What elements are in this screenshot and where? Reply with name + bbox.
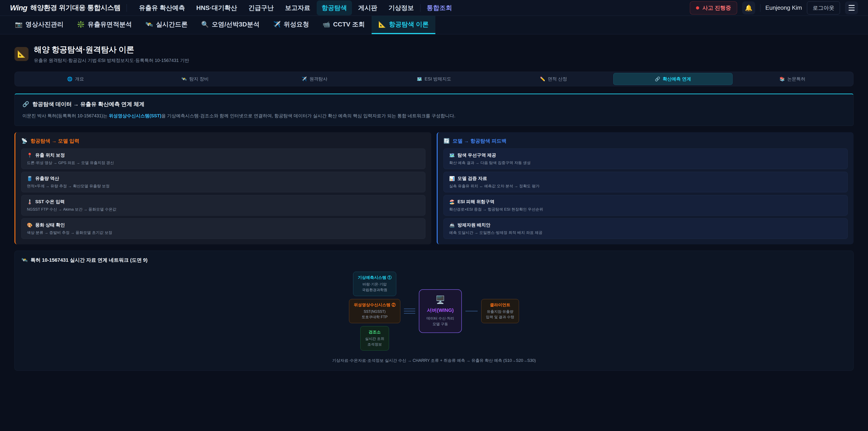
linkage-overview-body: 이문진 박사 특허(등록특허 10-1567431)는 위성영상수신시스템(SS… bbox=[22, 112, 846, 119]
tab-detection-equipment[interactable]: 🛰️ 탐지 장비 bbox=[135, 73, 255, 85]
nav-item-hns-air-diffusion[interactable]: HNS·대기확산 bbox=[191, 0, 242, 16]
node-client: 클라이언트 유출지점·유출량 입력 및 결과 수령 bbox=[481, 299, 519, 324]
tab-overview[interactable]: 🌐 개요 bbox=[16, 73, 135, 85]
tab-label: 확산예측 연계 bbox=[663, 76, 691, 82]
item-desc: 면적×두께 → 유량 추정 → 확산모델 유출량 보정 bbox=[27, 184, 420, 189]
triangle-ruler-icon: 📐 bbox=[378, 21, 386, 28]
nav-item-integrated-search[interactable]: 통합조회 bbox=[422, 0, 457, 16]
ship-icon: 🚢 bbox=[449, 222, 455, 228]
list-item-weathering-state-check: 🎨 풍화 상태 확인 색상 분류 → 증발비 추정 → 풍화모델 초기값 보정 bbox=[21, 218, 426, 239]
nav-item-emergency-rescue[interactable]: 긴급구난 bbox=[243, 0, 279, 16]
subtab-label: CCTV 조회 bbox=[333, 20, 365, 29]
single-link-connector bbox=[465, 311, 477, 311]
video-camera-icon: 📹 bbox=[322, 21, 330, 28]
item-title: 탐색 우선구역 제공 bbox=[458, 152, 496, 158]
satellite-icon: 🛰️ bbox=[145, 21, 153, 28]
notifications-button[interactable]: 🔔 bbox=[742, 1, 755, 14]
oil-drum-icon: 🛢️ bbox=[27, 176, 33, 181]
panel-search-to-model-header: 📡 항공탐색 → 모델 입력 bbox=[21, 137, 426, 145]
logout-button[interactable]: 로그아웃 bbox=[807, 1, 840, 14]
list-item-spill-location-correction: 📍 유출 위치 보정 드론·위성 영상 → GPS 좌표 → 모델 유출지점 갱… bbox=[21, 149, 426, 169]
tab-remote-sensing[interactable]: ✈️ 원격탐사 bbox=[255, 73, 374, 85]
refresh-icon: 🔄 bbox=[443, 138, 450, 144]
secondary-tab-bar: 📷 영상사진관리 ❇️ 유출유면적분석 🛰️ 실시간드론 🔍 오염/선박3D분석… bbox=[0, 16, 868, 34]
logo-wing-icon: Wing bbox=[10, 4, 27, 12]
node-line: 유출지점·유출량 bbox=[486, 309, 514, 315]
monitor-icon: 🖥️ bbox=[427, 295, 454, 304]
triple-link-connector bbox=[404, 308, 415, 314]
user-name: Eunjeong Kim bbox=[765, 4, 802, 11]
item-desc: 색상 분류 → 증발비 추정 → 풍화모델 초기값 보정 bbox=[27, 230, 420, 235]
palette-icon: 🎨 bbox=[27, 222, 33, 228]
divider bbox=[760, 4, 761, 12]
item-desc: 드론·위성 영상 → GPS 좌표 → 모델 유출지점 갱신 bbox=[27, 160, 420, 165]
item-desc: NGSST FTP 수신 → Akima 보간 → 풍화모델 수온값 bbox=[27, 207, 420, 212]
incident-status-label: 사고 진행중 bbox=[702, 4, 731, 11]
list-item-sst-temperature-input: 🌡️ SST 수온 입력 NGSST FTP 수신 → Akima 보간 → 풍… bbox=[21, 195, 426, 216]
item-title: 방제자원 배치안 bbox=[458, 222, 491, 228]
subtab-aerial-search-theory[interactable]: 📐 항공탐색 이론 bbox=[372, 16, 435, 34]
nav-item-oil-spill-prediction[interactable]: 유출유 확산예측 bbox=[134, 0, 190, 16]
nav-item-aerial-search[interactable]: 항공탐색 bbox=[317, 0, 352, 16]
tab-label: 논문특허 bbox=[787, 76, 805, 82]
tab-prediction-linkage[interactable]: 🔗 확산예측 연계 bbox=[613, 73, 733, 85]
node-weather-forecast-system: 기상예측시스템 ① 바람·기온·기압 국립환경과학원 bbox=[353, 272, 396, 296]
subtab-realtime-drone[interactable]: 🛰️ 실시간드론 bbox=[138, 16, 194, 34]
subtab-label: 유출유면적분석 bbox=[88, 20, 132, 29]
content-container: 📐 해양 항공탐색·원격탐사 이론 유출유 원격탐지·항공감시 기법·ESI 방… bbox=[0, 44, 868, 371]
sparkle-icon: ❇️ bbox=[77, 21, 85, 28]
node-line: 데이터 수신·처리 bbox=[427, 316, 454, 321]
tab-area-estimation[interactable]: ✏️ 면적 산정 bbox=[494, 73, 613, 85]
linkage-columns: 📡 항공탐색 → 모델 입력 📍 유출 위치 보정 드론·위성 영상 → GPS… bbox=[14, 132, 854, 244]
subtab-oil-area-analysis[interactable]: ❇️ 유출유면적분석 bbox=[70, 16, 139, 34]
red-dot-icon bbox=[696, 6, 699, 9]
item-desc: 실측 유출유 위치 ↔ 예측값 오차 분석 → 정확도 평가 bbox=[449, 184, 842, 189]
bell-icon: 🔔 bbox=[745, 4, 752, 11]
item-title: SST 수온 입력 bbox=[35, 199, 65, 205]
camera-icon: 📷 bbox=[15, 21, 23, 28]
nav-item-board[interactable]: 게시판 bbox=[353, 0, 382, 16]
subtab-pollution-ship-3d-analysis[interactable]: 🔍 오염/선박3D분석 bbox=[194, 16, 266, 34]
nav-item-reports[interactable]: 보고자료 bbox=[280, 0, 315, 16]
node-title: 기상예측시스템 ① bbox=[358, 275, 392, 280]
linkage-overview-heading: 🔗 항공탐색 데이터 → 유출유 확산예측 연계 체계 bbox=[22, 100, 846, 108]
item-title: ESI 피해 위험구역 bbox=[458, 199, 494, 205]
magnifier-icon: 🔍 bbox=[201, 21, 209, 28]
panel-title: 모델 → 항공탐색 피드백 bbox=[453, 137, 506, 145]
body-text-after: 을 기상예측시스템·검조소와 함께 인터넷으로 연결하여, 항공탐색 데이터가 … bbox=[161, 113, 456, 118]
node-line: 바람·기온·기압 bbox=[358, 282, 392, 287]
page-title: 해양 항공탐색·원격탐사 이론 bbox=[34, 44, 189, 55]
diagram-title: 🛰️ 특허 10-1567431 실시간 자료 연계 네트워크 (도면 9) bbox=[22, 257, 846, 264]
topbar-right-group: 사고 진행중 🔔 Eunjeong Kim 로그아웃 bbox=[690, 1, 858, 14]
hamburger-menu-button[interactable] bbox=[845, 1, 858, 14]
list-item-model-validation-data: 📊 모델 검증 자료 실측 유출유 위치 ↔ 예측값 오차 분석 → 정확도 평… bbox=[443, 172, 848, 192]
panel-model-to-search-header: 🔄 모델 → 항공탐색 피드백 bbox=[443, 137, 848, 145]
tab-label: 원격탐사 bbox=[309, 76, 328, 82]
node-line: 토호쿠대학 FTP bbox=[354, 314, 396, 320]
app-logo[interactable]: Wing 해양환경 위기대응 통합시스템 bbox=[10, 3, 121, 12]
thermometer-icon: 🌡️ bbox=[27, 199, 33, 205]
linkage-overview-card: 🔗 항공탐색 데이터 → 유출유 확산예측 연계 체계 이문진 박사 특허(등록… bbox=[14, 94, 854, 126]
subtab-cctv-view[interactable]: 📹 CCTV 조회 bbox=[316, 16, 372, 34]
triangle-ruler-icon: 📐 bbox=[14, 47, 29, 61]
incident-status-badge[interactable]: 사고 진행중 bbox=[690, 1, 737, 14]
diagram-caption: 기상자료·수온자료·조석정보 실시간 수신 → CHARRY 조류 + 취송류 … bbox=[22, 358, 846, 363]
tab-label: 면적 산정 bbox=[548, 76, 567, 82]
subtab-image-photo-management[interactable]: 📷 영상사진관리 bbox=[8, 16, 70, 34]
sst-system-link[interactable]: 위성영상수신시스템(SST) bbox=[109, 113, 161, 118]
item-title: 유출량 역산 bbox=[35, 175, 59, 182]
node-satellite-receiving-system: 위성영상수신시스템 ② SST(NGSST) 토호쿠대학 FTP bbox=[349, 299, 400, 324]
list-item-response-resource-deployment: 🚢 방제자원 배치안 예측 도달시간 → 오일펜스·방제정 최적 배치 좌표 제… bbox=[443, 218, 848, 239]
tab-esi-response-map[interactable]: 🗺️ ESI 방제지도 bbox=[374, 73, 494, 85]
nav-item-weather-info[interactable]: 기상정보 bbox=[383, 0, 419, 16]
panel-title: 항공탐색 → 모델 입력 bbox=[30, 137, 79, 145]
page: Wing 해양환경 위기대응 통합시스템 유출유 확산예측 HNS·대기확산 긴… bbox=[0, 0, 868, 371]
globe-icon: 🌐 bbox=[67, 76, 72, 82]
pencil-icon: ✏️ bbox=[540, 76, 545, 82]
list-item-esi-risk-zone: 🏖️ ESI 피해 위험구역 확산경로×ESI 중첩 → 항공탐색 ESI 현장… bbox=[443, 195, 848, 216]
tab-papers-patents[interactable]: 📚 논문특허 bbox=[733, 73, 852, 85]
airplane-icon: ✈️ bbox=[273, 21, 281, 28]
heading-text: 항공탐색 데이터 → 유출유 확산예측 연계 체계 bbox=[32, 100, 145, 108]
subtab-satellite-request[interactable]: ✈️ 위성요청 bbox=[266, 16, 316, 34]
divider bbox=[420, 4, 421, 12]
